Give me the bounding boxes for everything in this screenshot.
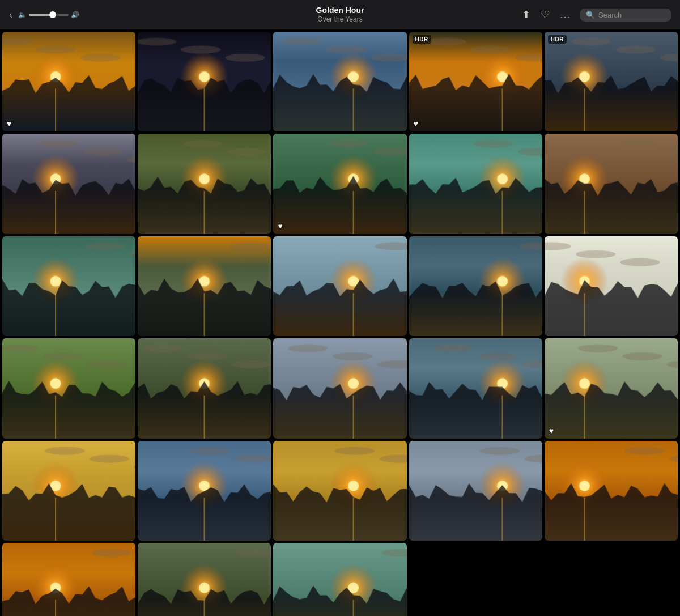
photo-item[interactable] xyxy=(409,134,542,233)
album-title: Golden Hour xyxy=(316,5,364,15)
photo-item[interactable]: HDR♥ xyxy=(409,32,542,131)
photo-canvas xyxy=(2,543,135,616)
photo-item[interactable] xyxy=(409,441,542,541)
photo-item[interactable] xyxy=(2,543,135,616)
photo-canvas xyxy=(273,134,406,233)
photo-canvas xyxy=(273,32,406,131)
search-bar[interactable]: 🔍 xyxy=(580,9,671,22)
photo-item[interactable]: HDR xyxy=(545,32,678,131)
volume-slider[interactable] xyxy=(29,14,69,16)
photo-item[interactable] xyxy=(138,441,271,541)
search-icon: 🔍 xyxy=(586,11,595,19)
toolbar-right: ⬆ ♡ … 🔍 xyxy=(522,9,671,22)
photo-canvas xyxy=(409,32,542,131)
photo-item[interactable] xyxy=(273,236,406,336)
photo-canvas xyxy=(409,236,542,336)
photo-canvas xyxy=(409,338,542,438)
photo-canvas xyxy=(273,236,406,336)
share-button[interactable]: ⬆ xyxy=(522,10,530,20)
toolbar: ‹ 🔈 🔊 Golden Hour Over the Years ⬆ ♡ … 🔍 xyxy=(0,0,680,29)
back-button[interactable]: ‹ xyxy=(9,10,12,20)
photo-item[interactable] xyxy=(545,134,678,233)
photo-canvas xyxy=(138,338,271,438)
photo-canvas xyxy=(2,338,135,438)
photo-item[interactable] xyxy=(138,543,271,616)
photo-item[interactable] xyxy=(2,338,135,438)
photo-canvas xyxy=(2,441,135,541)
photo-item[interactable] xyxy=(545,441,678,541)
photo-canvas xyxy=(2,32,135,131)
volume-low-icon: 🔈 xyxy=(18,11,27,19)
favorite-heart: ♥ xyxy=(549,426,554,435)
photo-item[interactable]: ♥ xyxy=(273,543,406,616)
photo-canvas xyxy=(138,543,271,616)
photo-canvas xyxy=(138,236,271,336)
photo-item[interactable] xyxy=(138,134,271,233)
heart-button[interactable]: ♡ xyxy=(541,10,550,20)
volume-high-icon: 🔊 xyxy=(71,11,79,19)
volume-control: 🔈 🔊 xyxy=(18,11,79,19)
photo-canvas xyxy=(409,441,542,541)
photo-canvas xyxy=(2,134,135,233)
photo-canvas xyxy=(545,236,678,336)
photo-item[interactable]: ♥ xyxy=(545,338,678,438)
photo-item[interactable] xyxy=(138,236,271,336)
hdr-badge: HDR xyxy=(413,35,431,44)
hdr-badge: HDR xyxy=(548,35,567,44)
photo-item[interactable]: ♥ xyxy=(2,32,135,131)
search-input[interactable] xyxy=(598,11,661,19)
favorite-heart: ♥ xyxy=(7,119,11,128)
photo-item[interactable] xyxy=(138,338,271,438)
toolbar-center: Golden Hour Over the Years xyxy=(316,5,364,24)
photo-canvas xyxy=(138,134,271,233)
toolbar-left: ‹ 🔈 🔊 xyxy=(9,10,79,20)
photo-item[interactable]: ♥ xyxy=(273,134,406,233)
photo-canvas xyxy=(273,543,406,616)
favorite-heart: ♥ xyxy=(278,222,282,231)
photo-item[interactable] xyxy=(409,236,542,336)
album-subtitle: Over the Years xyxy=(316,15,364,24)
favorite-heart: ♥ xyxy=(414,119,418,128)
photo-item[interactable] xyxy=(273,441,406,541)
photo-grid: ♥HDR♥HDR♥♥♥ xyxy=(0,29,680,616)
photo-item[interactable] xyxy=(2,441,135,541)
photo-canvas xyxy=(409,134,542,233)
photo-canvas xyxy=(138,441,271,541)
photo-item[interactable] xyxy=(273,32,406,131)
photo-canvas xyxy=(545,32,678,131)
more-button[interactable]: … xyxy=(560,10,570,20)
photo-item[interactable] xyxy=(273,338,406,438)
photo-canvas xyxy=(545,338,678,438)
photo-item[interactable] xyxy=(2,236,135,336)
photo-canvas xyxy=(2,236,135,336)
photo-item[interactable] xyxy=(409,338,542,438)
photo-item[interactable] xyxy=(545,236,678,336)
photo-canvas xyxy=(545,134,678,233)
photo-canvas xyxy=(273,441,406,541)
photo-item[interactable] xyxy=(138,32,271,131)
photo-canvas xyxy=(545,441,678,541)
photo-item[interactable] xyxy=(2,134,135,233)
photo-canvas xyxy=(138,32,271,131)
photo-canvas xyxy=(273,338,406,438)
